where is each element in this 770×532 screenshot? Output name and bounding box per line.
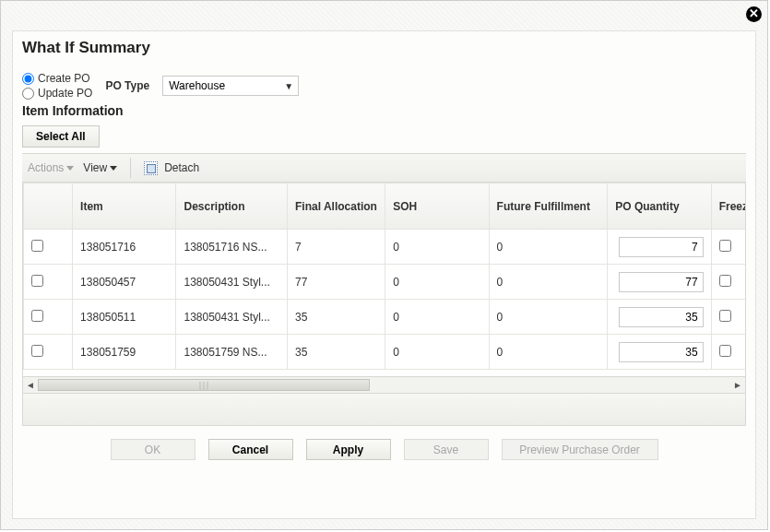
cell-soh: 0 [385, 230, 489, 265]
cell-description: 138051759 NS... [176, 335, 288, 370]
row-select-checkbox[interactable] [31, 275, 43, 287]
col-soh: SOH [385, 183, 489, 230]
actions-menu-label: Actions [28, 161, 64, 174]
table-toolbar: Actions View Detach [22, 153, 746, 183]
horizontal-scrollbar[interactable]: ◄ ► [22, 377, 746, 394]
cell-po-quantity [608, 300, 711, 335]
scroll-track[interactable] [38, 378, 730, 392]
po-action-radios: Create PO Update PO [22, 72, 92, 100]
po-quantity-input[interactable] [619, 237, 704, 257]
po-quantity-input[interactable] [619, 307, 704, 327]
po-type-label: PO Type [105, 79, 149, 92]
freeze-checkbox[interactable] [719, 345, 731, 357]
detach-label: Detach [164, 161, 199, 174]
cell-freeze [711, 265, 746, 300]
cell-future-fulfillment: 0 [489, 335, 608, 370]
dialog-footer-buttons: OK Cancel Apply Save Preview Purchase Or… [22, 439, 746, 460]
create-po-label: Create PO [38, 72, 90, 85]
row-select-cell [24, 300, 73, 335]
cell-description: 138050431 Styl... [176, 300, 288, 335]
create-po-radio-input[interactable] [22, 73, 34, 85]
row-select-checkbox[interactable] [31, 240, 43, 252]
cell-description: 138051716 NS... [176, 230, 288, 265]
table-footer-strip [22, 394, 746, 426]
freeze-checkbox[interactable] [719, 240, 731, 252]
cell-future-fulfillment: 0 [489, 300, 608, 335]
col-future-fulfillment: Future Fulfillment [489, 183, 608, 230]
col-description: Description [176, 183, 288, 230]
row-select-cell [24, 230, 73, 265]
table-row: 138050511138050431 Styl...3500 [24, 300, 747, 335]
detach-button[interactable]: Detach [144, 161, 199, 175]
apply-button[interactable]: Apply [306, 439, 391, 460]
cell-final-allocation: 35 [288, 335, 385, 370]
what-if-summary-dialog: ✕ What If Summary Create PO Update PO PO… [0, 0, 768, 530]
cell-future-fulfillment: 0 [489, 265, 608, 300]
table-row: 138051716138051716 NS...700 [24, 230, 747, 265]
item-information-title: Item Information [22, 103, 746, 118]
table-header-row: Item Description Final Allocation SOH Fu… [24, 183, 747, 230]
scroll-left-icon[interactable]: ◄ [23, 378, 38, 392]
update-po-label: Update PO [38, 87, 92, 100]
preview-po-button[interactable]: Preview Purchase Order [502, 439, 658, 460]
row-select-cell [24, 335, 73, 370]
cell-final-allocation: 35 [288, 300, 385, 335]
freeze-checkbox[interactable] [719, 275, 731, 287]
cell-item: 138050511 [73, 300, 176, 335]
cell-soh: 0 [385, 300, 489, 335]
cell-final-allocation: 77 [288, 265, 385, 300]
update-po-radio[interactable]: Update PO [22, 87, 92, 100]
cell-final-allocation: 7 [288, 230, 385, 265]
row-select-checkbox[interactable] [31, 345, 43, 357]
actions-menu[interactable]: Actions [28, 161, 74, 174]
table-row: 138050457138050431 Styl...7700 [24, 265, 747, 300]
ok-button[interactable]: OK [111, 439, 195, 460]
cell-soh: 0 [385, 265, 489, 300]
toolbar-separator [130, 158, 131, 178]
detach-icon [144, 161, 158, 175]
cell-item: 138050457 [73, 265, 176, 300]
po-type-select-wrap: Warehouse ▼ [162, 76, 299, 96]
dialog-body: What If Summary Create PO Update PO PO T… [12, 30, 756, 519]
select-all-button[interactable]: Select All [22, 125, 100, 148]
col-freeze: Freeze [711, 183, 746, 230]
scroll-right-icon[interactable]: ► [730, 378, 745, 392]
cell-future-fulfillment: 0 [489, 230, 608, 265]
view-menu[interactable]: View [83, 161, 117, 174]
cell-po-quantity [608, 335, 711, 370]
close-icon[interactable]: ✕ [746, 6, 762, 22]
select-all-row: Select All [22, 125, 746, 148]
cell-item: 138051759 [73, 335, 176, 370]
col-item: Item [73, 183, 176, 230]
items-table: Item Description Final Allocation SOH Fu… [23, 183, 746, 370]
cell-freeze [711, 335, 746, 370]
create-po-radio[interactable]: Create PO [22, 72, 92, 85]
col-final-allocation: Final Allocation [288, 183, 385, 230]
dialog-header: ✕ [1, 1, 767, 27]
po-type-select[interactable]: Warehouse [162, 76, 299, 96]
freeze-checkbox[interactable] [719, 310, 731, 322]
po-quantity-input[interactable] [619, 272, 704, 292]
cell-description: 138050431 Styl... [176, 265, 288, 300]
update-po-radio-input[interactable] [22, 88, 34, 100]
cell-po-quantity [608, 230, 711, 265]
cell-freeze [711, 230, 746, 265]
scroll-thumb[interactable] [38, 379, 370, 391]
row-select-checkbox[interactable] [31, 310, 43, 322]
chevron-down-icon [66, 166, 74, 171]
row-select-cell [24, 265, 73, 300]
cell-po-quantity [608, 265, 711, 300]
table-row: 138051759138051759 NS...3500 [24, 335, 747, 370]
save-button[interactable]: Save [404, 439, 489, 460]
view-menu-label: View [83, 161, 107, 174]
col-po-quantity: PO Quantity [608, 183, 711, 230]
cell-soh: 0 [385, 335, 489, 370]
cancel-button[interactable]: Cancel [208, 439, 293, 460]
chevron-down-icon [110, 166, 117, 171]
items-table-wrap[interactable]: Item Description Final Allocation SOH Fu… [22, 183, 746, 377]
page-title: What If Summary [22, 39, 746, 57]
po-options-row: Create PO Update PO PO Type Warehouse ▼ [22, 72, 746, 100]
col-select [24, 183, 73, 230]
cell-item: 138051716 [73, 230, 176, 265]
po-quantity-input[interactable] [619, 342, 704, 362]
